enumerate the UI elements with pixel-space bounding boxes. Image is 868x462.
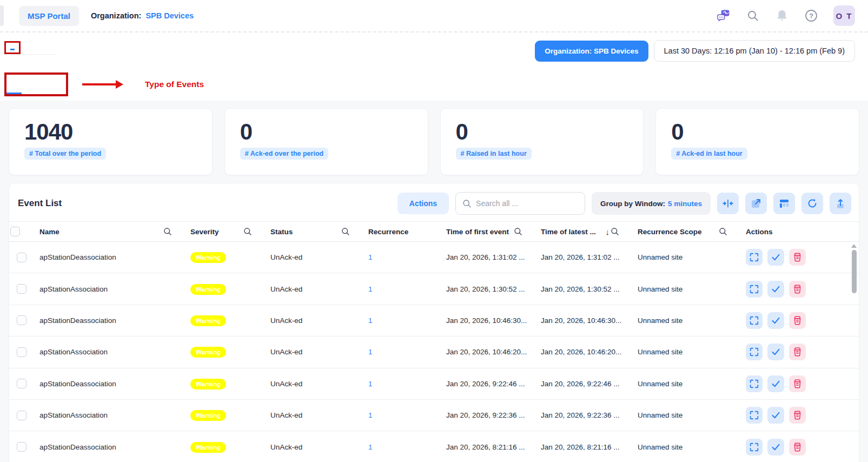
- first-event-time-cell: Jan 20, 2026, 10:46:20...: [446, 348, 541, 356]
- column-header[interactable]: Actions: [746, 228, 859, 236]
- expand-icon[interactable]: [746, 281, 763, 298]
- event-type-tab[interactable]: [37, 83, 52, 94]
- expand-icon[interactable]: [746, 249, 763, 266]
- organization-name-link[interactable]: SPB Devices: [145, 11, 194, 20]
- column-header[interactable]: Severity: [190, 227, 270, 236]
- row-actions-cell: [746, 439, 859, 456]
- date-range-picker[interactable]: Last 30 Days: 12:16 pm (Jan 10) - 12:16 …: [654, 40, 855, 62]
- expand-icon[interactable]: [746, 407, 763, 424]
- row-checkbox[interactable]: [17, 442, 26, 452]
- refresh-icon[interactable]: [801, 193, 823, 214]
- recurrence-link[interactable]: 1: [368, 380, 373, 388]
- recurrence-link[interactable]: 1: [368, 316, 373, 325]
- sidebar-edge-handle[interactable]: [0, 5, 4, 26]
- group-by-window-button[interactable]: Group by Window: 5 minutes: [592, 192, 711, 215]
- acknowledge-check-icon[interactable]: [767, 344, 784, 360]
- delete-trash-icon[interactable]: [789, 375, 806, 392]
- event-type-tab[interactable]: [22, 83, 37, 94]
- delete-trash-icon[interactable]: [789, 281, 806, 298]
- row-checkbox[interactable]: [17, 379, 26, 388]
- event-type-tabs-row: Type of Events: [0, 70, 868, 101]
- recurrence-link[interactable]: 1: [368, 253, 373, 261]
- actions-button[interactable]: Actions: [397, 193, 449, 214]
- export-icon[interactable]: [830, 193, 851, 214]
- scrollbar-thumb[interactable]: [852, 250, 857, 293]
- recurrence-link[interactable]: 1: [368, 443, 373, 451]
- latest-event-time-cell: Jan 20, 2026, 10:46:30...: [541, 316, 638, 325]
- event-name-cell: apStationDeassociation: [39, 380, 190, 388]
- column-header[interactable]: Name: [39, 227, 190, 236]
- recurrence-link[interactable]: 1: [368, 285, 373, 293]
- column-search-icon[interactable]: [719, 227, 727, 236]
- expand-icon[interactable]: [746, 375, 763, 392]
- event-name-cell: apStationAssociation: [39, 411, 190, 419]
- acknowledge-check-icon[interactable]: [767, 312, 784, 329]
- expand-icon[interactable]: [746, 312, 763, 329]
- main-tab[interactable]: [4, 41, 21, 54]
- acknowledge-check-icon[interactable]: [767, 439, 784, 456]
- vertical-scrollbar[interactable]: [851, 243, 857, 462]
- column-search-icon[interactable]: [243, 227, 252, 236]
- row-checkbox[interactable]: [17, 253, 26, 262]
- expand-icon[interactable]: [746, 344, 763, 360]
- top-bar: MSP Portal Organization: SPB Devices ? O…: [0, 0, 868, 31]
- user-avatar[interactable]: O T: [833, 5, 855, 26]
- scrollbar-up-arrow[interactable]: [851, 244, 857, 248]
- help-icon[interactable]: ?: [804, 9, 818, 23]
- acknowledge-check-icon[interactable]: [767, 281, 784, 298]
- recurrence-scope-cell: Unnamed site: [638, 316, 746, 325]
- acknowledge-check-icon[interactable]: [767, 407, 784, 424]
- column-header[interactable]: Time of latest ... ↓: [541, 227, 638, 236]
- stat-label-badge: # Raised in last hour: [456, 148, 532, 160]
- column-header[interactable]: Time of first event: [446, 227, 541, 236]
- recurrence-link[interactable]: 1: [368, 411, 373, 419]
- delete-trash-icon[interactable]: [789, 312, 806, 329]
- column-header[interactable]: Status: [270, 227, 368, 236]
- column-search-icon[interactable]: [611, 227, 619, 236]
- notifications-bell-icon[interactable]: [775, 9, 789, 23]
- ai-chat-icon[interactable]: [717, 9, 731, 23]
- row-actions-cell: [746, 249, 859, 266]
- latest-event-time-cell: Jan 20, 2026, 8:21:16 ...: [541, 443, 638, 451]
- delete-trash-icon[interactable]: [789, 344, 806, 360]
- column-header[interactable]: Recurrence: [368, 228, 446, 236]
- organization-filter-button[interactable]: Organization: SPB Devices: [535, 41, 648, 62]
- row-checkbox[interactable]: [17, 411, 26, 420]
- column-header-label: Time of first event: [446, 228, 509, 236]
- columns-settings-icon[interactable]: [773, 193, 795, 214]
- column-search-icon[interactable]: [514, 227, 522, 236]
- event-type-tab[interactable]: [6, 83, 22, 94]
- column-search-icon[interactable]: [341, 227, 350, 236]
- severity-badge: Warning: [190, 315, 226, 326]
- search-icon[interactable]: [746, 9, 760, 23]
- row-checkbox[interactable]: [17, 315, 26, 325]
- delete-trash-icon[interactable]: [789, 407, 806, 424]
- table-row: apStationAssociation Warning UnAck-ed 1 …: [9, 400, 859, 431]
- recurrence-link[interactable]: 1: [368, 348, 373, 356]
- column-header[interactable]: Recurrence Scope: [638, 227, 746, 236]
- recurrence-scope-cell: Unnamed site: [638, 348, 746, 356]
- open-external-icon[interactable]: [745, 193, 767, 214]
- acknowledge-check-icon[interactable]: [767, 375, 784, 392]
- main-tab[interactable]: [26, 40, 41, 54]
- delete-trash-icon[interactable]: [789, 439, 806, 456]
- msp-portal-button[interactable]: MSP Portal: [19, 6, 79, 26]
- column-header-label: Status: [270, 228, 293, 236]
- stat-value: 0: [240, 120, 413, 144]
- stat-label-badge: # Ack-ed in last hour: [671, 148, 747, 160]
- sort-desc-icon[interactable]: ↓: [606, 227, 610, 236]
- select-all-checkbox[interactable]: [10, 227, 20, 236]
- row-actions-cell: [746, 375, 859, 392]
- acknowledge-check-icon[interactable]: [767, 249, 784, 266]
- search-all-box[interactable]: [455, 192, 585, 215]
- column-header-label: Time of latest ...: [541, 228, 596, 236]
- expand-icon[interactable]: [746, 439, 763, 456]
- column-search-icon[interactable]: [163, 227, 172, 236]
- search-all-input[interactable]: [476, 199, 578, 208]
- event-list-toolbar: Event List Actions Group by Window: 5 mi…: [9, 183, 859, 221]
- collapse-columns-icon[interactable]: [717, 193, 739, 214]
- row-checkbox[interactable]: [17, 347, 26, 357]
- main-tab[interactable]: [41, 40, 56, 54]
- delete-trash-icon[interactable]: [789, 249, 806, 266]
- row-checkbox[interactable]: [17, 284, 26, 294]
